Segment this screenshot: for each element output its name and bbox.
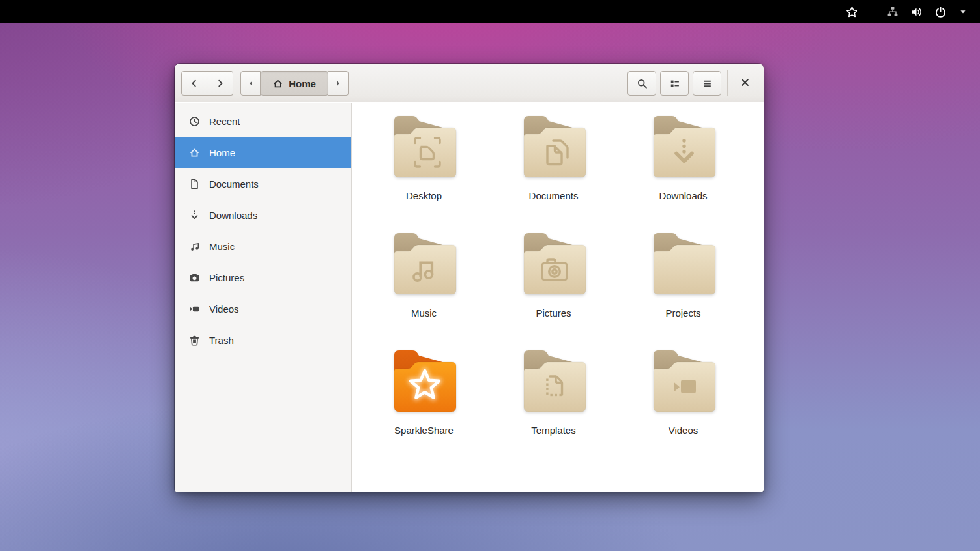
sidebar-item-label: Videos — [209, 304, 239, 315]
file-label: Videos — [669, 425, 699, 436]
sidebar-item-label: Documents — [209, 178, 259, 190]
gnome-top-bar — [0, 0, 980, 23]
network-button[interactable] — [881, 3, 904, 21]
folder-icon — [520, 348, 588, 417]
headerbar: Home — [175, 64, 764, 102]
hamburger-icon — [702, 78, 713, 89]
file-label: Templates — [531, 425, 575, 436]
video-icon — [189, 304, 200, 315]
file-label: Pictures — [536, 307, 571, 318]
view-toggle-button[interactable] — [660, 71, 689, 96]
favorites-star-icon — [846, 6, 858, 18]
sidebar-item-home[interactable]: Home — [175, 137, 351, 168]
folder-icon — [650, 113, 717, 182]
folder-icon — [390, 348, 458, 417]
file-desktop[interactable]: Desktop — [359, 113, 489, 201]
file-videos[interactable]: Videos — [618, 348, 748, 436]
mini-arrow-left-icon — [246, 79, 255, 88]
file-label: Music — [411, 307, 437, 318]
headerbar-separator — [727, 70, 728, 96]
close-button[interactable] — [734, 72, 756, 94]
sidebar-item-music[interactable]: Music — [175, 231, 351, 262]
search-button[interactable] — [627, 71, 656, 96]
network-icon — [887, 6, 899, 18]
folder-icon — [390, 231, 458, 300]
sidebar-item-pictures[interactable]: Pictures — [175, 262, 351, 293]
chevron-right-icon — [215, 78, 225, 89]
sidebar-item-label: Recent — [209, 116, 240, 127]
home-glyph-icon — [272, 78, 283, 89]
sidebar-item-downloads[interactable]: Downloads — [175, 199, 351, 231]
file-templates[interactable]: Templates — [489, 348, 618, 436]
search-icon — [637, 78, 648, 89]
music-icon — [189, 241, 200, 252]
back-button[interactable] — [181, 71, 207, 96]
sidebar-item-label: Trash — [209, 335, 234, 346]
files-grid: Desktop Documents — [359, 113, 748, 436]
volume-button[interactable] — [904, 3, 929, 21]
file-pictures[interactable]: Pictures — [489, 231, 618, 318]
sidebar-item-videos[interactable]: Videos — [175, 293, 351, 324]
folder-icon — [650, 231, 717, 300]
folder-icon — [520, 231, 588, 300]
view-list-icon — [669, 78, 680, 89]
path-scroll-left-button[interactable] — [240, 71, 261, 96]
location-home-button[interactable]: Home — [261, 71, 328, 96]
file-label: Documents — [529, 190, 579, 201]
window-content: RecentHomeDocumentsDownloadsMusicPicture… — [175, 103, 764, 492]
file-label: Desktop — [406, 190, 442, 201]
sidebar-item-label: Music — [209, 241, 235, 252]
chevron-down-icon — [958, 7, 968, 16]
volume-icon — [910, 6, 923, 18]
sidebar-item-documents[interactable]: Documents — [175, 168, 351, 199]
sidebar-item-recent[interactable]: Recent — [175, 106, 351, 137]
file-label: SparkleShare — [394, 425, 454, 436]
file-projects[interactable]: Projects — [618, 231, 748, 318]
forward-button[interactable] — [207, 71, 233, 96]
file-downloads[interactable]: Downloads — [618, 113, 748, 201]
trash-icon — [189, 335, 200, 346]
home-icon — [189, 147, 200, 158]
file-sparkleshare[interactable]: SparkleShare — [359, 348, 489, 436]
chevron-left-icon — [189, 78, 199, 89]
folder-icon — [520, 113, 588, 182]
favorites-star-button[interactable] — [840, 3, 864, 21]
mini-arrow-right-icon — [334, 79, 343, 88]
folder-icon — [650, 348, 717, 417]
file-label: Projects — [665, 307, 700, 318]
document-icon — [189, 178, 200, 190]
menu-button[interactable] — [693, 71, 721, 96]
sidebar-item-label: Pictures — [209, 272, 244, 283]
location-label: Home — [289, 78, 316, 89]
close-icon — [740, 77, 751, 91]
session-menu-button[interactable] — [953, 3, 973, 21]
file-documents[interactable]: Documents — [489, 113, 618, 201]
folder-icon — [390, 113, 458, 182]
camera-icon — [189, 272, 200, 283]
recent-icon — [189, 116, 200, 127]
file-music[interactable]: Music — [359, 231, 489, 318]
file-label: Downloads — [659, 190, 707, 201]
path-scroll-right-button[interactable] — [328, 71, 349, 96]
sidebar-item-label: Home — [209, 147, 235, 158]
sidebar-item-label: Downloads — [209, 210, 257, 221]
power-icon — [934, 6, 947, 18]
files-window: Home — [175, 64, 764, 492]
power-button[interactable] — [929, 3, 953, 21]
desktop-wallpaper: Home — [0, 0, 980, 551]
download-icon — [189, 210, 200, 221]
places-sidebar: RecentHomeDocumentsDownloadsMusicPicture… — [175, 103, 352, 492]
file-view: Desktop Documents — [353, 103, 764, 492]
sidebar-item-trash[interactable]: Trash — [175, 324, 351, 356]
